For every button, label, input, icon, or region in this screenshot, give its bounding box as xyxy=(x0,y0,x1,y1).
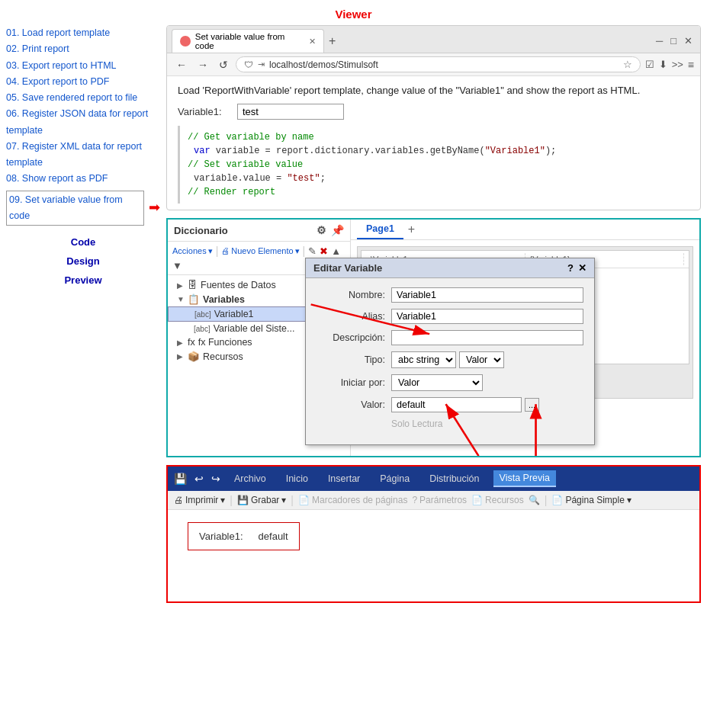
menu-insertar[interactable]: Insertar xyxy=(322,471,366,486)
browser-close-icon[interactable]: ✕ xyxy=(681,35,696,47)
new-page-tab-icon[interactable]: + xyxy=(403,220,419,239)
valor-inputs: ... xyxy=(391,397,539,412)
acciones-chevron-icon: ▾ xyxy=(208,246,213,256)
resources-button[interactable]: 📄 Recursos xyxy=(471,495,524,505)
bookmark-icon[interactable]: ☆ xyxy=(623,59,632,70)
settings-icon[interactable]: ⚙ xyxy=(317,224,326,236)
resources-label: Recursos xyxy=(485,495,524,505)
tab-favicon xyxy=(180,36,191,47)
sidebar-item-05[interactable]: 05. Save rendered report to file xyxy=(6,90,160,106)
back-icon[interactable]: ← xyxy=(173,57,190,72)
acciones-button[interactable]: Acciones ▾ xyxy=(172,246,213,256)
browser-maximize-icon[interactable]: □ xyxy=(667,35,680,47)
page-mode-icon: 📄 xyxy=(551,495,563,505)
nombre-input[interactable] xyxy=(391,287,583,303)
sidebar-item-03[interactable]: 03. Export report to HTML xyxy=(6,58,160,74)
preview-body: Variable1: default xyxy=(168,510,699,601)
save-chevron-icon: ▾ xyxy=(281,495,286,505)
valor-input[interactable] xyxy=(391,397,522,412)
tipo-type-select[interactable]: abc string xyxy=(391,351,456,368)
code-line-4: variable.value = "test"; xyxy=(194,173,326,184)
preview-variable-box: Variable1: default xyxy=(188,522,300,550)
browser-tab[interactable]: Set variable value from code ✕ xyxy=(172,29,324,53)
redo-icon[interactable]: ↪ xyxy=(211,473,220,485)
nuevo-elemento-button[interactable]: 🖨 Nuevo Elemento ▾ xyxy=(221,246,299,256)
save-label: Grabar xyxy=(251,495,279,505)
tipo-mode-select[interactable]: Valor xyxy=(459,351,504,368)
sidebar-item-04[interactable]: 04. Export report to PDF xyxy=(6,74,160,90)
sidebar-item-06[interactable]: 06. Register JSON data for report templa… xyxy=(6,106,160,139)
print-button[interactable]: 🖨 Imprimir ▾ xyxy=(174,495,225,505)
expand-icon-variables: ▼ xyxy=(177,295,185,303)
extensions-icon[interactable]: >> xyxy=(672,59,683,70)
fuentes-icon: 🗄 xyxy=(188,280,198,290)
menu-distribucion[interactable]: Distribución xyxy=(423,471,485,486)
edit-icon-button[interactable]: ✎ xyxy=(308,245,317,257)
sidebar-item-01[interactable]: 01. Load report template xyxy=(6,25,160,41)
profile-icon[interactable]: ☑ xyxy=(645,59,654,70)
sidebar-item-08[interactable]: 08. Show report as PDF xyxy=(6,171,160,187)
preview-toolbar: 💾 ↩ ↪ Archivo Inicio Insertar Página Dis… xyxy=(168,467,699,491)
page-mode-button[interactable]: 📄 Página Simple ▾ xyxy=(551,495,631,505)
undo-icon[interactable]: ↩ xyxy=(194,473,204,485)
valor-ellipsis-button[interactable]: ... xyxy=(525,398,539,412)
descripcion-input[interactable] xyxy=(391,330,583,345)
down-icon-button[interactable]: ▼ xyxy=(172,260,182,271)
menu-archivo[interactable]: Archivo xyxy=(228,471,272,486)
sidebar-item-02[interactable]: 02. Print report xyxy=(6,41,160,57)
sidebar-item-07[interactable]: 07. Register XML data for report templat… xyxy=(6,139,160,172)
page-mode-chevron-icon: ▾ xyxy=(627,495,631,505)
bookmarks-button[interactable]: 📄 Marcadores de páginas xyxy=(298,495,407,505)
recursos-label: Recursos xyxy=(203,351,243,362)
pin-icon[interactable]: 📌 xyxy=(331,224,344,236)
params-icon: ? xyxy=(412,495,417,505)
bookmarks-label: Marcadores de páginas xyxy=(312,495,407,505)
tab-close-icon[interactable]: ✕ xyxy=(309,37,316,47)
save-button[interactable]: 💾 Grabar ▾ xyxy=(237,495,286,505)
sidebar-item-09[interactable]: 09. Set variable value from code xyxy=(6,191,144,226)
printer-icon: 🖨 xyxy=(174,495,183,505)
params-button[interactable]: ? Parámetros xyxy=(412,495,467,505)
acciones-label: Acciones xyxy=(172,246,207,255)
bookmarks-icon: 📄 xyxy=(298,495,310,505)
valor-label: Valor: xyxy=(317,399,385,410)
new-tab-icon[interactable]: + xyxy=(326,34,339,48)
address-bar[interactable]: 🛡 ⇥ localhost/demos/Stimulsoft ☆ xyxy=(236,56,641,72)
alias-input[interactable] xyxy=(391,309,583,324)
menu-pagina[interactable]: Página xyxy=(374,471,416,486)
variable1-icon: [abc] xyxy=(194,310,211,319)
dialog-row-tipo: Tipo: abc string Valor xyxy=(317,351,583,368)
preview-section: 💾 ↩ ↪ Archivo Inicio Insertar Página Dis… xyxy=(166,465,701,603)
page-header: Viewer xyxy=(0,0,707,25)
dict-header: Diccionario ⚙ 📌 xyxy=(168,220,350,242)
code-comment-3: // Render report xyxy=(188,187,275,197)
menu-vista-previa[interactable]: Vista Previa xyxy=(493,470,556,487)
nuevo-elemento-label: Nuevo Elemento xyxy=(231,246,293,255)
preview-subtoolbar: 🖨 Imprimir ▾ | 💾 Grabar ▾ | 📄 Marcadores… xyxy=(168,491,699,510)
expand-icon-recursos: ▶ xyxy=(177,352,185,361)
menu-inicio[interactable]: Inicio xyxy=(280,471,314,486)
variable-input[interactable] xyxy=(237,104,344,120)
tipo-label: Tipo: xyxy=(317,354,385,365)
page1-tab[interactable]: Page1 xyxy=(357,220,403,239)
save-icon[interactable]: 💾 xyxy=(174,473,187,485)
delete-icon-button[interactable]: ✖ xyxy=(320,245,328,257)
toolbar-separator-2: | xyxy=(303,245,306,257)
dict-header-icons: ⚙ 📌 xyxy=(317,224,344,236)
preview-label: Preview xyxy=(6,274,160,286)
dialog-close-icon[interactable]: ✕ xyxy=(578,262,586,274)
dialog-help-icon[interactable]: ? xyxy=(567,262,574,274)
add-icon: 🖨 xyxy=(221,246,230,255)
sub-sep-2: | xyxy=(291,494,294,506)
refresh-icon[interactable]: ↺ xyxy=(216,57,231,72)
sub-sep-1: | xyxy=(230,494,233,506)
search-button[interactable]: 🔍 xyxy=(529,495,540,505)
download-icon[interactable]: ⬇ xyxy=(659,59,667,70)
forward-icon[interactable]: → xyxy=(194,57,211,72)
design-label: Design xyxy=(6,255,160,267)
browser-minimize-icon[interactable]: ─ xyxy=(653,35,666,47)
sidebar: 01. Load report template 02. Print repor… xyxy=(6,25,166,603)
iniciar-select[interactable]: Valor xyxy=(391,374,483,391)
menu-icon[interactable]: ≡ xyxy=(688,59,694,71)
up-icon-button[interactable]: ▲ xyxy=(331,245,341,257)
